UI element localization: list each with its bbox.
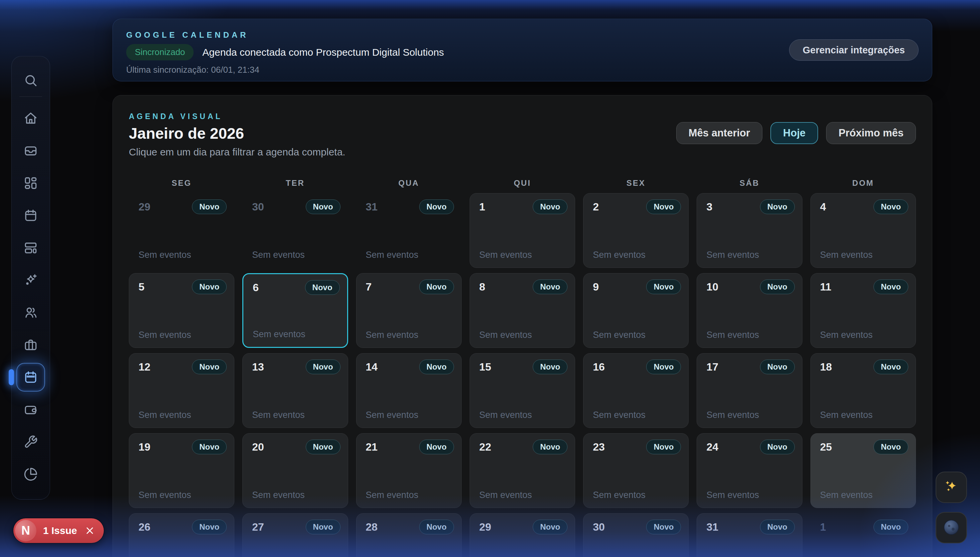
sidebar-item-sparkles[interactable] <box>12 264 50 296</box>
no-events-label: Sem eventos <box>706 490 759 500</box>
day-cell-31-outside[interactable]: 31NovoSem eventos <box>356 193 462 268</box>
next-month-button[interactable]: Próximo mês <box>826 122 916 144</box>
day-cell-24[interactable]: 24NovoSem eventos <box>697 433 802 508</box>
moon-button[interactable] <box>936 512 967 543</box>
sidebar-item-home[interactable] <box>12 102 50 134</box>
novo-badge: Novo <box>419 199 454 214</box>
calendar-subtitle: Clique em um dia para filtrar a agenda c… <box>129 147 345 158</box>
issue-badge[interactable]: N 1 Issue <box>13 518 104 543</box>
novo-badge: Novo <box>533 520 567 534</box>
calendar-month-title: Janeiro de 2026 <box>129 124 345 142</box>
day-cell-29[interactable]: 29NovoSem eventos <box>470 513 575 557</box>
day-number: 29 <box>139 201 150 213</box>
day-cell-6[interactable]: 6NovoSem eventos <box>242 273 348 348</box>
day-cell-27[interactable]: 27NovoSem eventos <box>242 513 348 557</box>
sidebar-item-users[interactable] <box>12 296 50 329</box>
day-cell-5[interactable]: 5NovoSem eventos <box>129 273 234 348</box>
day-cell-13[interactable]: 13NovoSem eventos <box>242 353 348 428</box>
sparkles-button[interactable] <box>936 472 967 503</box>
novo-badge: Novo <box>646 199 681 214</box>
day-number: 11 <box>820 281 831 293</box>
day-cell-26[interactable]: 26NovoSem eventos <box>129 513 234 557</box>
day-cell-1[interactable]: 1NovoSem eventos <box>470 193 575 268</box>
sidebar-item-calendar[interactable] <box>12 199 50 231</box>
no-events-label: Sem eventos <box>593 490 645 500</box>
manage-integrations-button[interactable]: Gerenciar integrações <box>789 39 919 61</box>
no-events-label: Sem eventos <box>366 410 418 420</box>
weekday-header: QUA <box>356 178 462 188</box>
day-cell-2[interactable]: 2NovoSem eventos <box>583 193 689 268</box>
day-number: 3 <box>706 201 712 213</box>
no-events-label: Sem eventos <box>139 250 191 260</box>
novo-badge: Novo <box>306 360 340 374</box>
sidebar-item-panels[interactable] <box>12 231 50 264</box>
day-grid: 29NovoSem eventos30NovoSem eventos31Novo… <box>129 193 916 557</box>
sidebar-item-dashboard[interactable] <box>12 167 50 199</box>
day-number: 19 <box>139 441 150 453</box>
no-events-label: Sem eventos <box>820 330 873 340</box>
pie-chart-icon <box>24 467 38 481</box>
day-cell-22[interactable]: 22NovoSem eventos <box>470 433 575 508</box>
day-cell-9[interactable]: 9NovoSem eventos <box>583 273 689 348</box>
sidebar-divider <box>20 96 42 97</box>
day-cell-30[interactable]: 30NovoSem eventos <box>583 513 689 557</box>
sidebar-item-search[interactable] <box>12 70 50 91</box>
day-number: 31 <box>706 521 718 533</box>
day-cell-28[interactable]: 28NovoSem eventos <box>356 513 462 557</box>
day-cell-30-outside[interactable]: 30NovoSem eventos <box>242 193 348 268</box>
day-cell-31[interactable]: 31NovoSem eventos <box>697 513 802 557</box>
day-cell-11[interactable]: 11NovoSem eventos <box>810 273 916 348</box>
no-events-label: Sem eventos <box>593 250 645 260</box>
day-cell-29-outside[interactable]: 29NovoSem eventos <box>129 193 234 268</box>
home-icon <box>24 111 38 125</box>
day-cell-7[interactable]: 7NovoSem eventos <box>356 273 462 348</box>
sidebar-item-calendar-active[interactable] <box>12 361 50 393</box>
novo-badge: Novo <box>874 199 908 214</box>
weekday-header: SEX <box>583 178 689 188</box>
novo-badge: Novo <box>760 440 795 454</box>
weekday-header: SÁB <box>697 178 802 188</box>
novo-badge: Novo <box>874 520 908 534</box>
weekday-header: SEG <box>129 178 234 188</box>
no-events-label: Sem eventos <box>479 250 532 260</box>
novo-badge: Novo <box>874 280 908 294</box>
day-cell-14[interactable]: 14NovoSem eventos <box>356 353 462 428</box>
day-cell-8[interactable]: 8NovoSem eventos <box>470 273 575 348</box>
no-events-label: Sem eventos <box>366 490 418 500</box>
weekday-header-row: SEGTERQUAQUISEXSÁBDOM <box>129 178 916 188</box>
day-cell-10[interactable]: 10NovoSem eventos <box>697 273 802 348</box>
calendar-kicker: AGENDA VISUAL <box>129 112 345 121</box>
day-number: 2 <box>593 201 599 213</box>
novo-badge: Novo <box>760 199 795 214</box>
no-events-label: Sem eventos <box>252 490 305 500</box>
day-cell-23[interactable]: 23NovoSem eventos <box>583 433 689 508</box>
sidebar-item-wallet[interactable] <box>12 393 50 425</box>
novo-badge: Novo <box>533 440 567 454</box>
day-cell-19[interactable]: 19NovoSem eventos <box>129 433 234 508</box>
day-cell-17[interactable]: 17NovoSem eventos <box>697 353 802 428</box>
sidebar-item-briefcase[interactable] <box>12 329 50 361</box>
day-cell-20[interactable]: 20NovoSem eventos <box>242 433 348 508</box>
day-number: 31 <box>366 201 378 213</box>
weekday-header: DOM <box>810 178 916 188</box>
day-cell-18[interactable]: 18NovoSem eventos <box>810 353 916 428</box>
day-cell-25[interactable]: 25NovoSem eventos <box>810 433 916 508</box>
day-number: 29 <box>479 521 491 533</box>
today-button[interactable]: Hoje <box>770 122 818 144</box>
previous-month-button[interactable]: Mês anterior <box>676 122 762 144</box>
no-events-label: Sem eventos <box>706 250 759 260</box>
no-events-label: Sem eventos <box>479 330 532 340</box>
day-cell-1-outside[interactable]: 1NovoSem eventos <box>810 513 916 557</box>
day-cell-4[interactable]: 4NovoSem eventos <box>810 193 916 268</box>
no-events-label: Sem eventos <box>593 410 645 420</box>
sidebar-item-wrench[interactable] <box>12 425 50 458</box>
day-number: 17 <box>706 361 718 373</box>
day-cell-12[interactable]: 12NovoSem eventos <box>129 353 234 428</box>
close-icon[interactable] <box>85 526 95 535</box>
day-cell-3[interactable]: 3NovoSem eventos <box>697 193 802 268</box>
sidebar-item-inbox[interactable] <box>12 134 50 167</box>
day-cell-15[interactable]: 15NovoSem eventos <box>470 353 575 428</box>
day-cell-16[interactable]: 16NovoSem eventos <box>583 353 689 428</box>
sidebar-item-pie-chart[interactable] <box>12 458 50 490</box>
day-cell-21[interactable]: 21NovoSem eventos <box>356 433 462 508</box>
